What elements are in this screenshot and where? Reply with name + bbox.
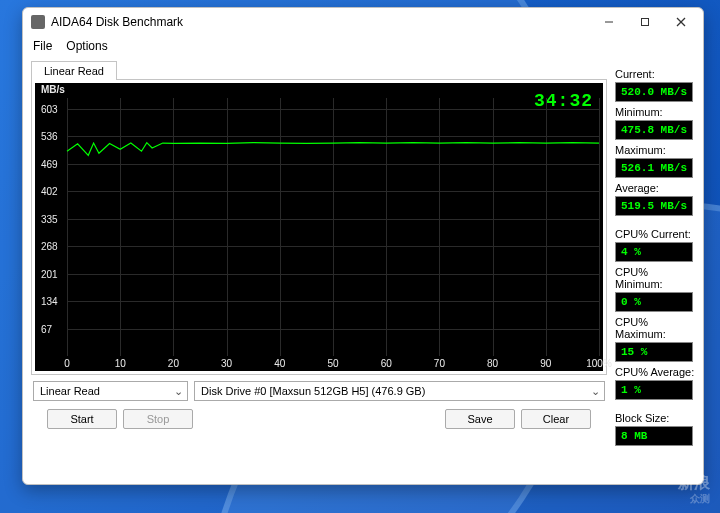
stat-minimum-value: 475.8 MB/s: [615, 120, 693, 140]
drive-value: Disk Drive #0 [Maxsun 512GB H5] (476.9 G…: [201, 385, 425, 397]
stat-minimum-label: Minimum:: [615, 106, 695, 118]
stat-current-value: 520.0 MB/s: [615, 82, 693, 102]
watermark: 新浪 众测: [678, 475, 710, 507]
drive-select[interactable]: Disk Drive #0 [Maxsun 512GB H5] (476.9 G…: [194, 381, 605, 401]
chart-line: [35, 83, 603, 371]
menubar: File Options: [23, 36, 703, 56]
chart-frame: MB/s 34:32 67134201268335402469536603010…: [31, 80, 607, 375]
stat-cpu-minimum-label: CPU% Minimum:: [615, 266, 695, 290]
menu-options[interactable]: Options: [66, 36, 107, 56]
stat-cpu-maximum-label: CPU% Maximum:: [615, 316, 695, 340]
stat-cpu-maximum-value: 15 %: [615, 342, 693, 362]
stat-current-label: Current:: [615, 68, 695, 80]
stop-button: Stop: [123, 409, 193, 429]
app-window: AIDA64 Disk Benchmark File Options Linea…: [22, 7, 704, 485]
stat-blocksize-value: 8 MB: [615, 426, 693, 446]
menu-file[interactable]: File: [33, 36, 52, 56]
titlebar: AIDA64 Disk Benchmark: [23, 8, 703, 36]
chart-area: MB/s 34:32 67134201268335402469536603010…: [35, 83, 603, 371]
clear-button[interactable]: Clear: [521, 409, 591, 429]
stat-cpu-current-label: CPU% Current:: [615, 228, 695, 240]
chevron-down-icon: ⌄: [585, 385, 600, 398]
save-button[interactable]: Save: [445, 409, 515, 429]
stat-maximum-label: Maximum:: [615, 144, 695, 156]
test-mode-select[interactable]: Linear Read ⌄: [33, 381, 188, 401]
stat-cpu-average-label: CPU% Average:: [615, 366, 695, 378]
stat-average-value: 519.5 MB/s: [615, 196, 693, 216]
minimize-button[interactable]: [591, 11, 627, 33]
start-button[interactable]: Start: [47, 409, 117, 429]
stat-cpu-average-value: 1 %: [615, 380, 693, 400]
close-button[interactable]: [663, 11, 699, 33]
stat-blocksize-label: Block Size:: [615, 412, 695, 424]
svg-rect-1: [642, 19, 649, 26]
chevron-down-icon: ⌄: [168, 385, 183, 398]
app-icon: [31, 15, 45, 29]
maximize-button[interactable]: [627, 11, 663, 33]
stat-maximum-value: 526.1 MB/s: [615, 158, 693, 178]
test-mode-value: Linear Read: [40, 385, 100, 397]
stat-average-label: Average:: [615, 182, 695, 194]
tab-bar: Linear Read: [31, 60, 607, 80]
window-title: AIDA64 Disk Benchmark: [51, 15, 591, 29]
tab-linear-read[interactable]: Linear Read: [31, 61, 117, 80]
stats-panel: Current: 520.0 MB/s Minimum: 475.8 MB/s …: [615, 60, 695, 476]
stat-cpu-current-value: 4 %: [615, 242, 693, 262]
stat-cpu-minimum-value: 0 %: [615, 292, 693, 312]
